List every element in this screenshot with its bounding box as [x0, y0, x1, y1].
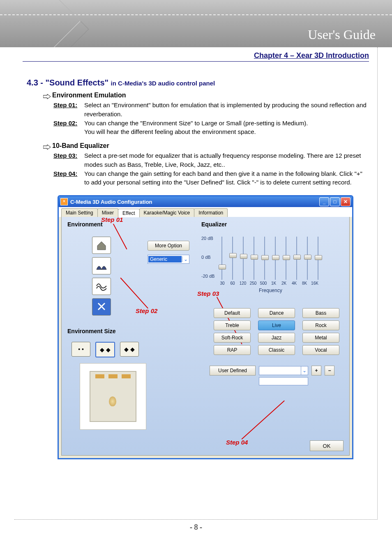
freq-label: 120 — [239, 281, 247, 286]
eq-slider[interactable] — [304, 237, 311, 280]
eq-slider[interactable] — [251, 237, 257, 280]
more-option-button[interactable]: More Option — [148, 241, 189, 251]
preset-jazz-button[interactable]: Jazz — [258, 333, 295, 343]
speaker-icon — [122, 374, 131, 378]
eq-slider[interactable] — [240, 237, 247, 280]
tab-information[interactable]: Information — [194, 208, 228, 217]
freq-label: 8K — [301, 281, 308, 286]
section-subtitle: in C-Media's 3D audio control panel — [111, 80, 215, 87]
preset-rock-button[interactable]: Rock — [302, 320, 339, 330]
ok-button[interactable]: OK — [310, 440, 344, 451]
size-large-button[interactable]: ◆ ◆ — [120, 342, 139, 357]
preset-grid: DefaultDanceBassTrebleLiveRockSoft-RockJ… — [214, 308, 345, 355]
freq-label: 250 — [249, 281, 257, 286]
eq-slider[interactable] — [219, 237, 225, 280]
annotation-line — [241, 401, 284, 440]
content-frame: Chapter 4 – Xear 3D Introduction 4.3 - "… — [14, 47, 378, 520]
preset-live-button[interactable]: Live — [258, 320, 295, 330]
decorative-line — [0, 14, 392, 15]
tab-main-setting[interactable]: Main Setting — [61, 208, 98, 217]
eq-slider[interactable] — [315, 237, 321, 280]
equalizer-group: Equalizer 20 dB 0 dB -20 dB 306012025050… — [201, 221, 345, 385]
page-number: - 8 - — [0, 523, 392, 532]
eq-slider[interactable] — [229, 237, 236, 280]
tab-effect[interactable]: Effect — [118, 209, 139, 217]
step-text: You can change the gain setting for each… — [84, 169, 369, 187]
remove-preset-button[interactable]: − — [325, 366, 334, 376]
subheading-environment: Environment Emulation — [43, 92, 369, 99]
step-label: Step 04: — [53, 169, 80, 187]
size-small-button[interactable]: • • — [71, 342, 90, 357]
user-defined-input[interactable] — [259, 377, 308, 385]
document-title: User's Guide — [308, 27, 376, 42]
speaker-icon — [108, 374, 118, 378]
section-number: 4.3 - "Sound Effects" — [27, 78, 108, 87]
preset-rap-button[interactable]: RAP — [214, 345, 251, 355]
minimize-button[interactable]: _ — [319, 197, 329, 206]
db-label: 0 dB — [201, 255, 211, 260]
freq-label: 4K — [291, 281, 298, 286]
preset-bass-button[interactable]: Bass — [302, 308, 339, 318]
step-label: Step 02: — [53, 119, 80, 137]
preset-treble-button[interactable]: Treble — [214, 320, 251, 330]
room-inner — [90, 371, 136, 422]
env-preset-button[interactable] — [92, 237, 111, 254]
environment-group: Environment More Option Generic ⌄ — [67, 221, 195, 316]
page: User's Guide Chapter 4 – Xear 3D Introdu… — [0, 0, 392, 532]
environment-size-group: Environment Size • • ◆ ◆ ◆ ◆ — [67, 328, 195, 430]
arrow-icon — [43, 93, 51, 98]
room-preview — [80, 363, 146, 430]
preset-metal-button[interactable]: Metal — [302, 333, 339, 343]
listener-icon — [109, 396, 116, 406]
eq-slider[interactable] — [283, 237, 289, 280]
section-title: 4.3 - "Sound Effects" in C-Media's 3D au… — [27, 78, 369, 88]
preset-default-button[interactable]: Default — [214, 308, 251, 318]
tools-icon — [96, 302, 107, 312]
preset-dance-button[interactable]: Dance — [258, 308, 295, 318]
db-label: 20 dB — [201, 236, 213, 241]
tab-karaoke-magic-voice[interactable]: Karaoke/Magic Voice — [139, 208, 195, 217]
equalizer-sliders: 20 dB 0 dB -20 dB 30601202505001K2K4K8K1… — [201, 235, 337, 288]
env-preset-button[interactable] — [92, 298, 111, 316]
env-size-heading: Environment Size — [67, 328, 195, 334]
titlebar[interactable]: X C-Media 3D Audio Configuration _ □ ✕ — [59, 196, 352, 207]
frequency-caption: Frequency — [259, 288, 282, 293]
user-defined-combo[interactable]: ⌄ — [259, 366, 308, 375]
step-label: Step 03: — [53, 151, 80, 169]
chapter-heading: Chapter 4 – Xear 3D Introduction — [23, 51, 369, 62]
embedded-screenshot: X C-Media 3D Audio Configuration _ □ ✕ M… — [58, 195, 353, 459]
eq-slider[interactable] — [261, 237, 268, 280]
step-text: Select a pre-set mode for equalizer that… — [84, 151, 369, 169]
freq-label: 500 — [260, 281, 267, 286]
environment-combo[interactable]: Generic ⌄ — [148, 255, 189, 264]
db-label: -20 dB — [201, 274, 214, 279]
eq-slider[interactable] — [272, 237, 279, 280]
combo-value: Generic — [148, 256, 182, 263]
step-label: Step 01: — [53, 101, 80, 119]
step-02: Step 02: You can change the "Environment… — [53, 119, 369, 137]
chevron-down-icon: ⌄ — [301, 366, 308, 375]
preset-vocal-button[interactable]: Vocal — [302, 345, 339, 355]
tab-mixer[interactable]: Mixer — [97, 208, 118, 217]
add-preset-button[interactable]: + — [311, 366, 321, 376]
close-button[interactable]: ✕ — [341, 197, 350, 206]
env-preset-button[interactable] — [92, 278, 111, 295]
window-title: C-Media 3D Audio Configuration — [70, 199, 152, 205]
step-03: Step 03: Select a pre-set mode for equal… — [53, 151, 369, 169]
freq-label: 2K — [280, 281, 288, 286]
preset-soft-rock-button[interactable]: Soft-Rock — [214, 333, 251, 343]
annotation-step04: Step 04 — [226, 439, 248, 446]
step-04: Step 04: You can change the gain setting… — [53, 169, 369, 187]
env-preset-button[interactable] — [92, 257, 111, 274]
speaker-icon — [95, 374, 104, 378]
size-medium-button[interactable]: ◆ ◆ — [95, 342, 115, 357]
user-defined-row: User Defined ⌄ + − — [210, 366, 345, 376]
step-text: You can change the "Environment Size" to… — [84, 119, 308, 137]
effect-panel: Step 01 Step 02 Step 03 Step 04 Environm… — [61, 217, 350, 456]
tabstrip: Main SettingMixerEffectKaraoke/Magic Voi… — [59, 207, 352, 217]
step-text: Select an "Environment" button for emula… — [84, 101, 369, 119]
eq-slider[interactable] — [293, 237, 300, 280]
maximize-button[interactable]: □ — [330, 197, 340, 206]
freq-label: 30 — [219, 281, 226, 286]
preset-classic-button[interactable]: Classic — [258, 345, 295, 355]
